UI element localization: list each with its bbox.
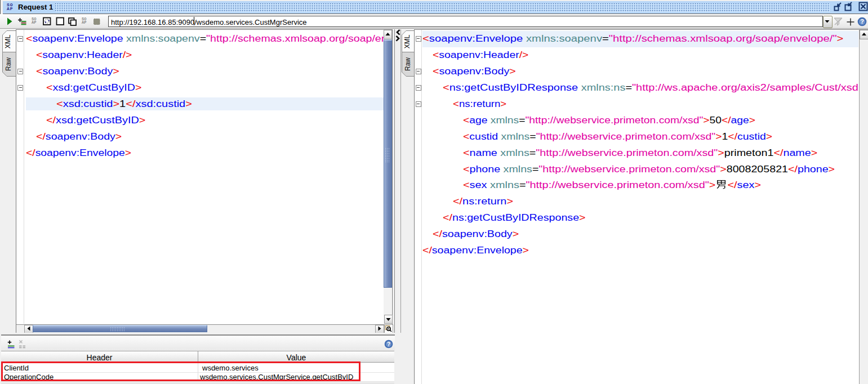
svg-text:?: ? (860, 18, 864, 25)
svg-text:?: ? (387, 341, 390, 347)
